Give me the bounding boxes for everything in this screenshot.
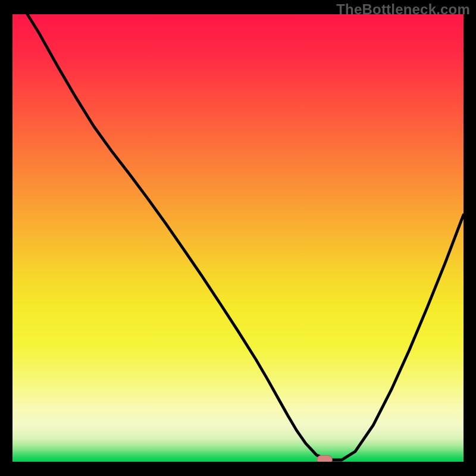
optimal-point-marker — [317, 455, 333, 462]
gradient-background — [12, 14, 464, 462]
chart-frame: TheBottleneck.com — [0, 0, 476, 476]
bottleneck-plot — [12, 14, 464, 462]
watermark-text: TheBottleneck.com — [336, 1, 470, 18]
